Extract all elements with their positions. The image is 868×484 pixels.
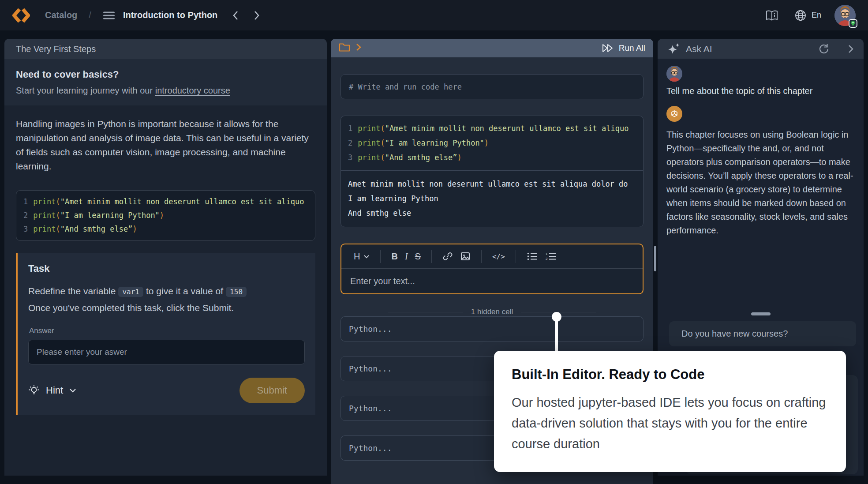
expand-files-icon[interactable] (355, 43, 362, 53)
toolbar-separator (431, 250, 432, 263)
user-avatar[interactable] (834, 5, 856, 26)
intro-text-before: Start your learning journey with our (16, 86, 153, 95)
answer-input[interactable] (28, 340, 305, 364)
run-all-button[interactable]: Run All (601, 43, 645, 53)
link-icon (442, 251, 453, 262)
prev-chapter-button[interactable] (232, 11, 239, 20)
intro-heading: Need to cover basics? (16, 69, 315, 80)
italic-button[interactable]: I (405, 251, 408, 262)
scratch-placeholder: # Write and run code here (349, 83, 462, 91)
toolbar-separator (516, 250, 516, 263)
code-line: 2print("I am learning Python") (23, 209, 308, 222)
chevron-left-icon (232, 11, 239, 20)
output-line: And smthg else (348, 206, 636, 221)
refresh-icon (818, 43, 830, 55)
chat-thread: Tell me about the topic of this chapter … (658, 59, 864, 237)
code-format-button[interactable]: </> (492, 252, 505, 261)
lesson-paragraph: Handling images in Python is important b… (16, 117, 315, 173)
collapsed-cell[interactable]: Python... (340, 316, 644, 341)
ai-message: This chapter focuses on using Boolean lo… (666, 128, 855, 237)
lesson-panel: The Very First Steps Need to cover basic… (4, 39, 327, 476)
editor-toolbar: Run All (331, 39, 653, 57)
divider-line (388, 312, 463, 312)
editor-scrollbar[interactable] (654, 246, 656, 271)
numbered-list-button[interactable]: 1 2 (545, 252, 557, 261)
reset-chat-button[interactable] (818, 43, 830, 55)
text-cell-placeholder: Enter your text... (350, 276, 415, 286)
ask-ai-header: Ask AI (658, 39, 864, 59)
hidden-cell-divider[interactable]: 1 hidden cell (340, 308, 644, 316)
scratch-cell[interactable]: # Write and run code here (340, 74, 644, 99)
collapse-panel-button[interactable] (848, 45, 854, 53)
bullet-list-icon (527, 252, 538, 261)
chevron-right-icon (848, 45, 854, 53)
image-button[interactable] (460, 251, 471, 262)
hint-label: Hint (46, 385, 63, 396)
submit-button[interactable]: Submit (239, 378, 305, 403)
course-title: Introduction to Python (123, 10, 217, 20)
top-navbar: Catalog / Introduction to Python (0, 0, 868, 30)
run-all-icon (601, 43, 614, 53)
code-cell-output: Amet minim mollit non deserunt ullamco e… (341, 171, 643, 227)
guide-button[interactable] (765, 9, 779, 22)
ask-ai-title: Ask AI (686, 44, 712, 54)
language-label: En (812, 11, 821, 20)
sparkles-icon (667, 42, 681, 56)
toolbar-separator (380, 250, 381, 263)
chapters-menu-icon[interactable] (103, 11, 115, 20)
chevron-down-icon (363, 255, 370, 259)
run-all-label: Run All (619, 43, 645, 53)
output-line: I am learning Python (348, 191, 636, 206)
code-line: 3print("And smthg else”) (23, 222, 308, 236)
breadcrumb-separator: / (89, 10, 91, 20)
onboarding-tooltip: Built-In Editor. Ready to Code Our hoste… (494, 351, 846, 472)
tooltip-title: Built-In Editor. Ready to Code (512, 367, 828, 383)
breadcrumb-catalog[interactable]: Catalog (45, 10, 77, 20)
heading-select[interactable]: H (354, 251, 370, 262)
text-cell[interactable]: H B I S (340, 244, 644, 294)
chevron-down-icon (69, 388, 76, 393)
value-chip: 150 (226, 287, 247, 297)
introductory-course-link[interactable]: introductory course (155, 86, 230, 95)
lesson-title: The Very First Steps (16, 44, 96, 54)
folder-icon[interactable] (339, 42, 350, 54)
svg-text:1: 1 (546, 252, 548, 256)
code-line: 3print("And smthg else”) (348, 150, 636, 165)
intro-text: Start your learning journey with our int… (16, 86, 315, 96)
chat-user-avatar (666, 66, 682, 82)
code-cell-source[interactable]: 1print("Amet minim mollit non deserunt u… (341, 116, 643, 170)
tooltip-anchor-dot (552, 312, 561, 322)
chat-resize-handle[interactable] (751, 312, 771, 315)
lightbulb-icon (28, 385, 40, 396)
language-button[interactable]: En (794, 9, 821, 22)
answer-label: Answer (29, 326, 305, 335)
tooltip-anchor-line (555, 321, 558, 353)
intro-callout: Need to cover basics? Start your learnin… (4, 59, 327, 105)
next-chapter-button[interactable] (254, 11, 260, 20)
image-icon (460, 251, 471, 262)
link-button[interactable] (442, 251, 453, 262)
book-info-icon (765, 9, 779, 22)
avatar-location-badge-icon (849, 19, 857, 28)
code-cell[interactable]: 1print("Amet minim mollit non deserunt u… (340, 116, 644, 227)
code-line: 2print("I am learning Python") (348, 136, 636, 150)
user-message: Tell me about the topic of this chapter (666, 86, 855, 96)
hidden-cell-label: 1 hidden cell (471, 308, 513, 316)
lesson-content: Handling images in Python is important b… (4, 105, 327, 415)
hint-button[interactable]: Hint (28, 385, 76, 396)
svg-text:2: 2 (546, 257, 548, 261)
app-screen: Catalog / Introduction to Python (0, 0, 868, 484)
tooltip-body: Our hosted jupyter-based IDE lets you fo… (512, 392, 828, 454)
globe-icon (794, 9, 807, 22)
bullet-list-button[interactable] (527, 252, 538, 261)
lesson-code-block: 1print("Amet minim mollit non deserunt u… (16, 190, 315, 241)
brand-logo-icon[interactable] (12, 7, 30, 24)
chevron-right-icon (254, 11, 260, 20)
task-card: Task Redefine the variablevar1to give it… (16, 253, 315, 415)
openai-logo-icon (666, 106, 682, 122)
code-line: 1print("Amet minim mollit non deserunt u… (23, 195, 308, 209)
text-cell-input[interactable]: Enter your text... (341, 269, 643, 293)
task-instruction-1: Redefine the variablevar1to give it a va… (28, 283, 305, 300)
strikethrough-button[interactable]: S (415, 251, 421, 262)
bold-button[interactable]: B (391, 251, 397, 262)
